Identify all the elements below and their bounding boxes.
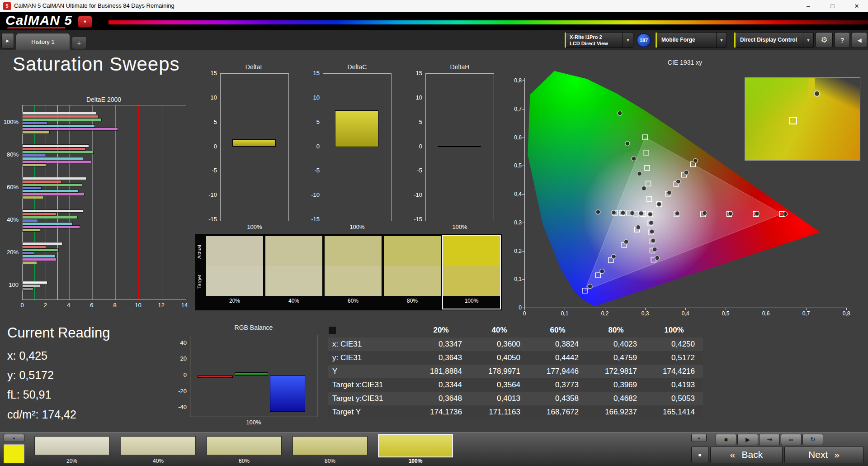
patch-button-20%[interactable]: 20% xyxy=(34,435,109,464)
cell-value: 0,4193 xyxy=(645,378,703,392)
tick-mark xyxy=(524,308,525,310)
cie-y-axis-line xyxy=(524,78,525,308)
deltae-bar xyxy=(23,128,118,130)
chevron-down-icon[interactable]: ▼ xyxy=(623,33,633,48)
y-tick-label: 0 xyxy=(410,143,422,150)
tab-scroll-button[interactable]: ► xyxy=(1,33,14,49)
minimize-icon[interactable]: – xyxy=(797,0,820,12)
rgb-bar-blue xyxy=(270,376,305,412)
grid-line xyxy=(46,105,46,300)
stop-measure-button[interactable]: ■ xyxy=(691,446,708,463)
x-tick-label: 0 xyxy=(15,302,29,309)
y-tick-label: 10 xyxy=(205,94,217,101)
pattern-source-dropdown[interactable]: Mobile Forge ▼ xyxy=(656,32,727,48)
gear-icon[interactable]: ⚙ xyxy=(816,32,833,48)
next-button[interactable]: Next » xyxy=(784,446,863,463)
swatch-column-20%: 20% xyxy=(206,236,263,309)
measured-point xyxy=(655,256,660,260)
deltae-bar xyxy=(23,258,56,261)
deltae-bar xyxy=(23,184,82,186)
loop-button[interactable]: ↻ xyxy=(802,434,823,445)
cell-value: 0,3643 xyxy=(412,351,470,365)
table-header-row: 20%40%60%80%100% xyxy=(328,323,703,338)
swatch-column-40%: 40% xyxy=(265,236,322,309)
add-tab-button[interactable]: + xyxy=(72,36,86,49)
row-label: x: CIE31 xyxy=(328,338,412,351)
expand-left-icon[interactable]: ▲ xyxy=(4,434,24,442)
row-label: y: CIE31 xyxy=(328,351,412,365)
table-row: y: CIE310,36430,40500,44420,47590,5172 xyxy=(328,351,703,365)
x-tick-label: 6 xyxy=(85,302,99,309)
y-tick-label: 0,7 xyxy=(507,106,522,112)
measured-point xyxy=(600,269,604,274)
deltal-chart xyxy=(220,73,289,221)
y-tick-label: 0 xyxy=(507,304,522,311)
tick-mark xyxy=(605,308,605,310)
y-tick-label: -5 xyxy=(307,167,320,174)
deltac-x-label: 100% xyxy=(323,223,392,230)
x-tick-label: 0,1 xyxy=(558,310,571,317)
target-swatch xyxy=(265,266,322,296)
deltae-bar xyxy=(23,210,83,212)
display-control-dropdown[interactable]: Direct Display Control ▼ xyxy=(734,32,814,48)
column-header: 20% xyxy=(412,323,470,338)
y-tick-label: -5 xyxy=(410,167,422,174)
patch-swatch xyxy=(34,436,109,455)
cell-value: 0,3648 xyxy=(412,392,470,405)
reference-line xyxy=(34,105,35,300)
y-tick-label: 0,3 xyxy=(507,219,522,226)
continuous-button[interactable]: ∞ xyxy=(781,434,802,445)
deltae-bar xyxy=(23,193,84,195)
deltae-bar xyxy=(23,148,85,150)
maximize-icon[interactable]: □ xyxy=(821,0,844,12)
y-tick-label: 15 xyxy=(410,70,422,76)
cell-value: 174,4216 xyxy=(645,365,703,378)
deltae-bar xyxy=(23,223,72,225)
pattern-source-label: Mobile Forge xyxy=(661,33,695,48)
play-button[interactable]: ▶ xyxy=(737,434,758,445)
step-button[interactable]: ⇥ xyxy=(759,434,780,445)
deltae-bar xyxy=(23,157,83,160)
page-title: Saturation Sweeps xyxy=(13,53,180,75)
patch-button-100%[interactable]: 100% xyxy=(378,435,453,464)
deltae-chart-title: DeltaE 2000 xyxy=(22,96,185,103)
chevron-down-icon[interactable]: ▼ xyxy=(716,33,726,48)
logo-menu-button[interactable]: ▼ xyxy=(78,16,92,28)
deltae-bar xyxy=(23,252,34,254)
actual-swatch xyxy=(265,236,322,266)
deltae-bar xyxy=(23,216,77,219)
patch-button-80%[interactable]: 80% xyxy=(292,435,368,464)
tick-mark xyxy=(522,81,524,81)
measured-point xyxy=(588,284,592,289)
next-label: Next xyxy=(808,449,828,460)
y-tick-label: 0,5 xyxy=(507,162,522,169)
inset-outside-locus xyxy=(815,78,860,114)
cell-value: 168,7672 xyxy=(528,405,587,419)
y-tick-label: 20% xyxy=(0,249,19,256)
cell-value: 0,4050 xyxy=(470,351,528,365)
deltae-bar xyxy=(23,119,101,121)
back-button[interactable]: « Back xyxy=(710,446,783,463)
measured-point xyxy=(636,225,641,229)
tab-history[interactable]: History 1 xyxy=(16,33,70,50)
current-patch-swatch[interactable] xyxy=(4,444,24,463)
rgb-bar-red xyxy=(198,376,233,378)
patch-button-40%[interactable]: 40% xyxy=(121,435,196,464)
measured-point xyxy=(755,211,759,216)
meter-dropdown[interactable]: X-Rite i1Pro 2 LCD Direct View ▼ xyxy=(565,32,633,48)
stop-button[interactable]: ■ xyxy=(716,434,736,445)
chevron-down-icon[interactable]: ▼ xyxy=(803,33,813,48)
swatch-column-label: 80% xyxy=(384,298,441,304)
measured-point xyxy=(612,254,616,259)
y-tick-label: 0,6 xyxy=(507,134,522,141)
help-icon[interactable]: ? xyxy=(835,32,850,48)
collapse-panel-icon[interactable]: ◀ xyxy=(852,32,867,48)
close-icon[interactable]: ✕ xyxy=(845,0,868,12)
expand-right-icon[interactable]: ▲ xyxy=(691,434,707,442)
cell-value: 0,3969 xyxy=(587,378,645,392)
deltah-bar xyxy=(438,146,481,147)
x-tick-label: 8 xyxy=(108,302,122,309)
measured-point xyxy=(630,211,635,215)
patch-button-60%[interactable]: 60% xyxy=(207,435,282,464)
y-tick-label: 0 xyxy=(205,143,217,150)
